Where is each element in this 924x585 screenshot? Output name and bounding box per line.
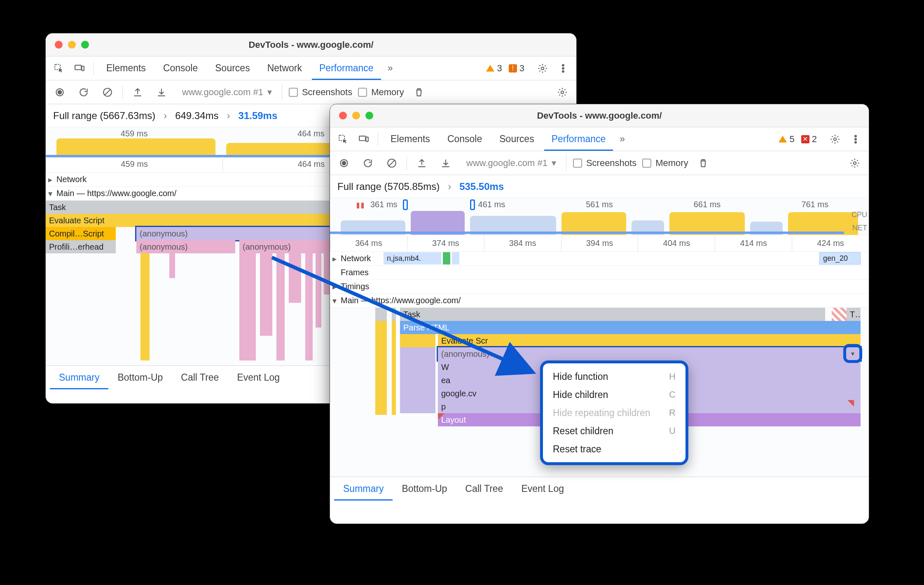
download-icon[interactable] bbox=[437, 154, 455, 172]
flame-anonymous[interactable]: (anonymous) bbox=[239, 240, 330, 253]
crumb-mid[interactable]: 649.34ms bbox=[175, 110, 218, 122]
flame-anonymous[interactable]: (anonymous) bbox=[136, 240, 235, 253]
inspect-icon[interactable] bbox=[334, 130, 352, 148]
upload-icon[interactable] bbox=[413, 154, 431, 172]
warnings-badge[interactable]: 3 bbox=[486, 63, 502, 74]
tab-elements[interactable]: Elements bbox=[99, 56, 153, 80]
tab-sources[interactable]: Sources bbox=[492, 127, 541, 151]
flame-task[interactable]: Task bbox=[400, 308, 825, 321]
track-timings[interactable]: ▸Timings bbox=[330, 280, 869, 294]
garbage-icon[interactable] bbox=[410, 83, 428, 101]
net-chip[interactable] bbox=[452, 252, 459, 264]
flame-profiling[interactable]: Profili…erhead bbox=[46, 240, 116, 253]
reload-icon[interactable] bbox=[359, 154, 377, 172]
menu-reset-trace[interactable]: Reset trace bbox=[543, 440, 685, 458]
main-tabs: Elements Console Sources Network Perform… bbox=[46, 56, 576, 80]
issues-badge[interactable]: ! 3 bbox=[509, 63, 524, 74]
ruler[interactable]: 364 ms 374 ms 384 ms 394 ms 404 ms 414 m… bbox=[330, 235, 869, 252]
tab-console[interactable]: Console bbox=[156, 56, 205, 80]
menu-hide-children[interactable]: Hide childrenC bbox=[543, 386, 685, 404]
tab-elements[interactable]: Elements bbox=[383, 127, 437, 151]
btab-calltree[interactable]: Call Tree bbox=[456, 477, 512, 501]
device-icon[interactable] bbox=[355, 130, 373, 148]
clear-icon[interactable] bbox=[383, 154, 401, 172]
flame-task[interactable]: T… bbox=[847, 308, 861, 321]
tab-network[interactable]: Network bbox=[260, 56, 309, 80]
net-chip[interactable]: n,jsa,mb4. bbox=[384, 252, 441, 264]
screenshots-checkbox[interactable]: Screenshots bbox=[289, 87, 352, 98]
tab-performance[interactable]: Performance bbox=[312, 56, 381, 80]
inspect-icon[interactable] bbox=[50, 59, 68, 77]
track-main[interactable]: ▾Main — https://www.google.com/ bbox=[330, 294, 869, 308]
reload-icon[interactable] bbox=[75, 83, 93, 101]
btab-bottomup[interactable]: Bottom-Up bbox=[393, 477, 456, 501]
download-icon[interactable] bbox=[152, 83, 171, 101]
minimize-icon[interactable] bbox=[352, 112, 360, 119]
crumb-full[interactable]: Full range (5667.63ms) bbox=[53, 110, 155, 122]
tab-console[interactable]: Console bbox=[440, 127, 489, 151]
screenshots-checkbox[interactable]: Screenshots bbox=[573, 158, 636, 168]
gear-icon[interactable] bbox=[533, 59, 552, 77]
menu-reset-children[interactable]: Reset childrenU bbox=[543, 422, 685, 440]
record-icon[interactable] bbox=[51, 83, 69, 101]
flame-eval[interactable]: Evaluate Scr bbox=[438, 334, 861, 347]
zoom-icon[interactable] bbox=[365, 112, 373, 119]
net-chip[interactable] bbox=[443, 252, 450, 264]
issues-count: 3 bbox=[519, 63, 524, 74]
device-icon[interactable] bbox=[70, 59, 89, 77]
devtools-window-2: DevTools - www.google.com/ Elements Cons… bbox=[330, 104, 869, 524]
minimize-icon[interactable] bbox=[68, 41, 76, 49]
svg-point-8 bbox=[58, 90, 62, 94]
flame-anonymous-selected[interactable]: (anonymous) bbox=[438, 347, 861, 360]
close-icon[interactable] bbox=[339, 112, 347, 119]
flame-col[interactable] bbox=[400, 374, 435, 387]
memory-checkbox[interactable]: Memory bbox=[358, 87, 404, 98]
upload-icon[interactable] bbox=[129, 83, 147, 101]
net-chip[interactable]: gen_20 bbox=[819, 252, 861, 264]
tabs-overflow[interactable]: » bbox=[384, 56, 397, 80]
svg-point-16 bbox=[855, 138, 856, 140]
flame-parse[interactable]: Parse HTML bbox=[400, 321, 861, 334]
menu-hide-function[interactable]: Hide functionH bbox=[543, 367, 685, 386]
gear-icon[interactable] bbox=[846, 154, 864, 172]
tab-performance[interactable]: Performance bbox=[544, 127, 613, 151]
garbage-icon[interactable] bbox=[694, 154, 712, 172]
gear-icon[interactable] bbox=[826, 130, 844, 148]
caret-icon: ▾ bbox=[552, 158, 556, 168]
btab-calltree[interactable]: Call Tree bbox=[172, 366, 228, 389]
btab-eventlog[interactable]: Event Log bbox=[512, 477, 573, 501]
svg-point-3 bbox=[541, 67, 544, 70]
flame-col[interactable] bbox=[400, 334, 435, 347]
btab-eventlog[interactable]: Event Log bbox=[228, 366, 289, 389]
gear-icon[interactable] bbox=[553, 83, 571, 101]
more-icon[interactable] bbox=[554, 59, 572, 77]
record-icon[interactable] bbox=[335, 154, 353, 172]
flame-col[interactable] bbox=[400, 387, 435, 400]
flame-compile[interactable]: Compil…Script bbox=[46, 227, 116, 240]
traffic-lights bbox=[46, 41, 89, 49]
clear-icon[interactable] bbox=[98, 83, 117, 101]
track-network[interactable]: ▸Network n,jsa,mb4. gen_20 bbox=[330, 252, 869, 266]
btab-summary[interactable]: Summary bbox=[50, 366, 108, 389]
overview-strip[interactable]: 361 ms 461 ms 561 ms 661 ms 761 ms CPU N… bbox=[330, 198, 869, 235]
track-frames[interactable]: Frames bbox=[330, 266, 869, 280]
flame-col[interactable] bbox=[400, 347, 435, 360]
recording-selector[interactable]: www.google.com #1 ▾ bbox=[176, 84, 278, 101]
btab-bottomup[interactable]: Bottom-Up bbox=[108, 366, 172, 389]
crumb-full[interactable]: Full range (5705.85ms) bbox=[337, 181, 440, 192]
btab-summary[interactable]: Summary bbox=[334, 477, 393, 501]
tab-sources[interactable]: Sources bbox=[208, 56, 257, 80]
close-icon[interactable] bbox=[55, 41, 63, 49]
recording-selector[interactable]: www.google.com #1 ▾ bbox=[461, 155, 562, 171]
entry-dropdown-trigger[interactable]: ▾ bbox=[843, 344, 862, 363]
flame-chart[interactable]: Task T… Parse HTML Evaluate Scr (anonymo… bbox=[330, 308, 869, 477]
flame-col[interactable] bbox=[400, 400, 435, 413]
flame-col[interactable] bbox=[400, 360, 435, 374]
tabs-overflow[interactable]: » bbox=[615, 127, 629, 151]
memory-checkbox[interactable]: Memory bbox=[642, 158, 688, 168]
more-icon[interactable] bbox=[847, 130, 865, 148]
warnings-badge[interactable]: 5 bbox=[778, 134, 795, 145]
errors-badge[interactable]: ✕ 2 bbox=[801, 134, 817, 145]
perf-toolbar: www.google.com #1 ▾ Screenshots Memory bbox=[46, 80, 576, 104]
zoom-icon[interactable] bbox=[81, 41, 89, 49]
